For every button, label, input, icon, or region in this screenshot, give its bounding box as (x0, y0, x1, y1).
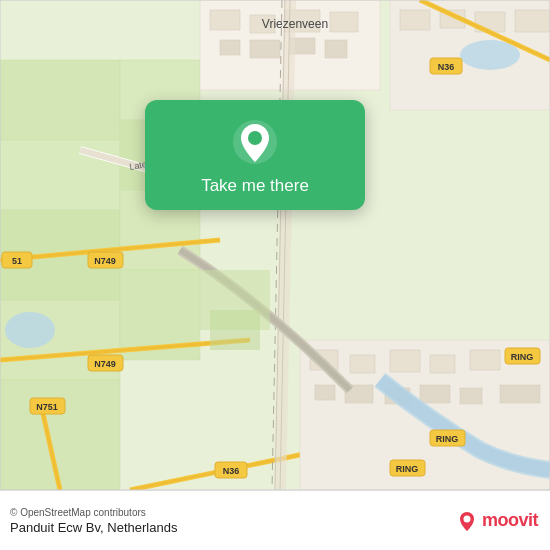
svg-point-25 (5, 312, 55, 348)
svg-rect-5 (0, 380, 120, 490)
svg-text:Vriezenveen: Vriezenveen (262, 17, 328, 31)
svg-rect-14 (330, 12, 358, 32)
svg-rect-45 (390, 350, 420, 372)
svg-rect-53 (500, 385, 540, 403)
svg-text:N36: N36 (438, 62, 455, 72)
svg-point-78 (248, 131, 262, 145)
svg-text:N36: N36 (223, 466, 240, 476)
svg-rect-11 (210, 10, 240, 30)
svg-rect-46 (430, 355, 455, 373)
svg-rect-52 (460, 388, 482, 404)
svg-text:51: 51 (12, 256, 22, 266)
svg-rect-48 (315, 385, 335, 400)
svg-text:N751: N751 (36, 402, 58, 412)
map-background: N36 N749 N749 N36 51 N751 RING RING RING… (0, 0, 550, 490)
location-pin-icon (231, 118, 279, 166)
svg-rect-18 (325, 40, 347, 58)
moovit-logo[interactable]: moovit (456, 510, 538, 532)
info-left: © OpenStreetMap contributors Panduit Ecw… (10, 507, 177, 535)
svg-rect-44 (350, 355, 375, 373)
info-bar: © OpenStreetMap contributors Panduit Ecw… (0, 490, 550, 550)
popup-take-me-there-label: Take me there (201, 176, 309, 196)
svg-rect-16 (250, 40, 280, 58)
svg-rect-47 (470, 350, 500, 370)
svg-text:N749: N749 (94, 359, 116, 369)
place-name: Panduit Ecw Bv, Netherlands (10, 520, 177, 535)
svg-rect-75 (210, 310, 260, 350)
map-container: N36 N749 N749 N36 51 N751 RING RING RING… (0, 0, 550, 490)
moovit-text: moovit (482, 510, 538, 531)
svg-text:N749: N749 (94, 256, 116, 266)
svg-rect-2 (0, 140, 120, 210)
svg-rect-1 (0, 60, 120, 140)
svg-rect-15 (220, 40, 240, 55)
svg-text:RING: RING (511, 352, 534, 362)
osm-credit: © OpenStreetMap contributors (10, 507, 177, 518)
svg-point-79 (463, 515, 470, 522)
svg-text:RING: RING (396, 464, 419, 474)
svg-text:RING: RING (436, 434, 459, 444)
svg-rect-20 (400, 10, 430, 30)
svg-rect-23 (515, 10, 550, 32)
svg-rect-51 (420, 385, 450, 403)
popup-card[interactable]: Take me there (145, 100, 365, 210)
moovit-icon (456, 510, 478, 532)
